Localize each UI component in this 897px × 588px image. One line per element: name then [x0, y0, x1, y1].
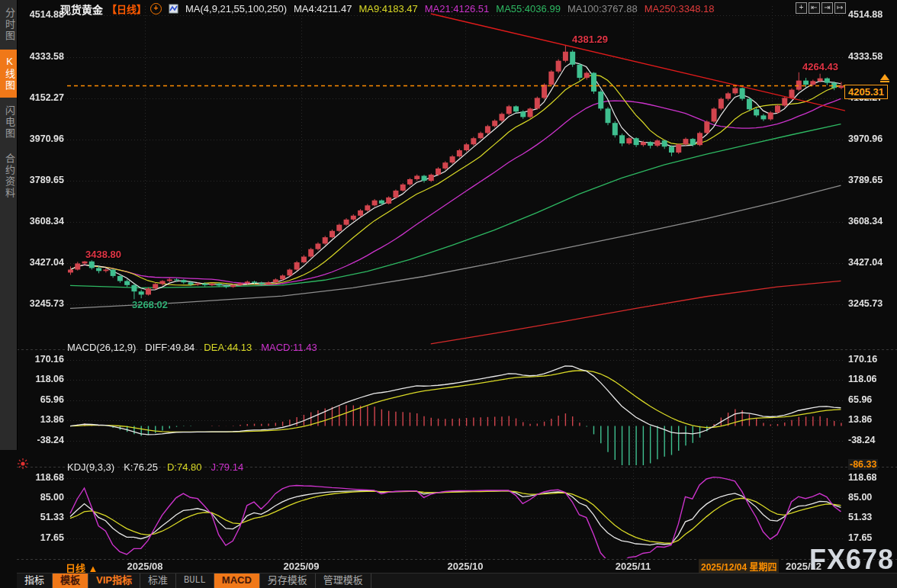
macd-axis-label: 13.86 [848, 414, 872, 425]
kdj-axis-label: 17.65 [848, 532, 872, 543]
sidebar-item-contract-info[interactable]: 合约资料 [0, 147, 17, 205]
main-axis-label: 3789.65 [18, 175, 64, 185]
kdj-title: KDJ(9,3,3) [67, 461, 114, 473]
macd-axis-label: 170.16 [18, 354, 64, 365]
tab-manage-template[interactable]: 管理模板 [316, 574, 371, 588]
pan-icon[interactable]: + [796, 2, 807, 14]
ma4-value: MA4:4211.47 [294, 3, 352, 14]
macd-axis-label: 118.06 [848, 374, 877, 384]
kdj-axis-label: 118.68 [848, 472, 877, 483]
sidebar-item-kline[interactable]: K线图 [0, 50, 17, 98]
kdj-j-value: J:79.14 [211, 461, 244, 473]
tab-indicators[interactable]: 指标 [17, 574, 53, 588]
kdj-axis-label: 85.00 [848, 492, 872, 503]
main-axis-label: 3970.96 [18, 133, 64, 144]
tab-vip-indicators[interactable]: VIP指标 [88, 574, 140, 588]
tab-bull[interactable]: BULL [176, 574, 214, 588]
ma9-value: MA9:4183.47 [358, 3, 417, 14]
month-label: 2025/11 [606, 561, 660, 572]
macd-axis-label: -38.24 [848, 435, 875, 445]
macd-axis-label: 65.96 [848, 394, 872, 405]
kdj-axis-label: 118.68 [18, 472, 64, 483]
macd-low-label: -86.33 [848, 459, 878, 470]
main-axis-label: 3245.73 [848, 298, 883, 309]
timeline-row: 日线 ▲ 2025/08 2025/09 2025/10 2025/11 202… [0, 561, 897, 574]
main-axis-label: 4333.58 [848, 51, 883, 62]
price-chart-canvas[interactable] [0, 0, 897, 588]
kdj-header: KDJ(9,3,3) K:76.25 D:74.80 J:79.14 [67, 461, 243, 473]
macd-dea-value: DEA:44.13 [204, 342, 252, 353]
fx678-watermark: FX678 [809, 544, 894, 576]
sidebar-item-lightning[interactable]: 闪电图 [0, 99, 17, 146]
month-label: 2025/08 [118, 561, 172, 572]
kdj-k-value: K:76.25 [124, 461, 158, 473]
kdj-d-value: D:74.80 [167, 461, 202, 473]
chart-window: 分时图 K线图 闪电图 合约资料 现货黄金 【日线】 + MA(4,9,21,5… [0, 0, 897, 588]
current-date-badge: 2025/12/04 星期四 [699, 559, 779, 574]
month-label: 2025/09 [275, 561, 328, 572]
macd-macd-value: MACD:11.43 [261, 342, 317, 353]
main-axis-label: 4514.88 [848, 9, 883, 20]
month-label: 2025/10 [439, 561, 492, 572]
macd-axis-label: 118.06 [18, 374, 64, 384]
macd-axis-label: 170.16 [848, 354, 877, 365]
recent-high-annotation: 4264.43 [802, 61, 838, 72]
tab-save-template[interactable]: 另存模板 [260, 574, 316, 588]
macd-axis-label: -38.24 [18, 435, 64, 445]
ma100-value: MA100:3767.88 [567, 3, 638, 14]
compress-right-icon[interactable]: ⇥ [821, 2, 833, 14]
macd-axis-label: 65.96 [18, 394, 64, 405]
tab-standard[interactable]: 标准 [140, 574, 176, 588]
add-indicator-icon[interactable]: + [150, 3, 162, 14]
main-axis-label: 3427.04 [848, 257, 883, 268]
kdj-axis-label: 85.00 [18, 492, 64, 503]
main-axis-label: 3427.04 [18, 257, 64, 268]
swing-low-annotation: 3268.02 [132, 299, 168, 310]
symbol-name: 现货黄金 [60, 2, 103, 17]
main-axis-label: 3608.34 [18, 216, 64, 227]
main-axis-label: 4514.88 [18, 9, 64, 20]
macd-title: MACD(26,12,9) [67, 342, 136, 353]
chart-header: 现货黄金 【日线】 + MA(4,9,21,55,100,250) MA4:42… [60, 2, 714, 15]
period-tag: 【日线】 [107, 2, 146, 16]
main-axis-label: 4333.58 [18, 51, 64, 62]
main-axis-label: 3789.65 [848, 175, 883, 185]
kdj-axis-label: 17.65 [18, 532, 64, 543]
compress-left-icon[interactable]: ⇤ [809, 2, 820, 14]
tab-macd[interactable]: MACD [214, 574, 260, 588]
peak-high-annotation: 4381.29 [572, 34, 608, 45]
ma-group-label: MA(4,9,21,55,100,250) [185, 3, 287, 14]
main-axis-label: 3245.73 [18, 298, 64, 309]
chart-tool-icons: + ⇤ ⇥ ↦ [796, 2, 846, 14]
macd-axis-label: 13.86 [18, 414, 64, 425]
last-price-label: 4205.31 [844, 85, 888, 99]
left-sidebar: 分时图 K线图 闪电图 合约资料 [0, 0, 18, 450]
macd-diff-value: DIFF:49.84 [145, 342, 195, 353]
tab-template[interactable]: 模板 [53, 574, 88, 588]
bottom-toolbar: 指标 模板 VIP指标 标准 BULL MACD 另存模板 管理模板 [17, 573, 897, 588]
ma250-value: MA250:3348.18 [645, 3, 715, 14]
ma55-value: MA55:4036.99 [496, 3, 561, 14]
main-axis-label: 3608.34 [848, 216, 883, 227]
indicator-settings-icon[interactable] [17, 458, 29, 473]
kdj-axis-label: 51.33 [848, 512, 872, 522]
jump-latest-icon[interactable]: ↦ [834, 2, 846, 14]
main-axis-label: 4152.27 [18, 92, 64, 103]
swing-high-annotation: 3438.80 [85, 249, 121, 260]
main-axis-label: 3970.96 [848, 133, 883, 144]
sidebar-item-timeshare[interactable]: 分时图 [0, 2, 17, 48]
latest-price-arrow-icon[interactable] [880, 74, 889, 80]
macd-header: MACD(26,12,9) DIFF:49.84 DEA:44.13 MACD:… [67, 342, 317, 353]
ma21-value: MA21:4126.51 [425, 3, 490, 14]
overlay-indicator-icon[interactable] [169, 4, 178, 14]
kdj-axis-label: 51.33 [18, 512, 64, 522]
